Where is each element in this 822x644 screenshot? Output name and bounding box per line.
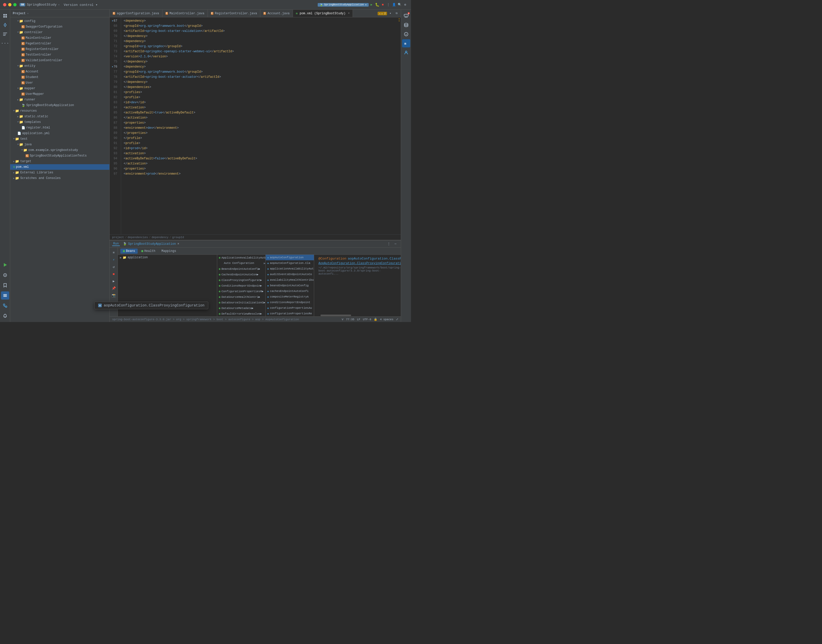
bean-right-beansEndpoint[interactable]: ◈ beansEndpointAutoConfig bbox=[266, 283, 314, 288]
project-dropdown-icon[interactable]: ▾ bbox=[27, 12, 29, 15]
bean-right-auditEvents[interactable]: ◈ auditEventsEndpointAutoCo bbox=[266, 271, 314, 277]
version-control-tab[interactable]: Version control ▾ bbox=[64, 3, 98, 7]
tab-swagger[interactable]: C aggerConfiguration.java bbox=[110, 10, 163, 17]
bean-right-cachesEndpoint[interactable]: ◈ cachesEndpointAutoConfi bbox=[266, 288, 314, 294]
indent-setting[interactable]: 4 spaces bbox=[380, 318, 393, 321]
bean-right-availHealth[interactable]: ◈ availabilityHealthContribu bbox=[266, 277, 314, 283]
sidebar-build-icon[interactable] bbox=[1, 291, 9, 299]
tree-pom-file[interactable]: m pom.xml bbox=[10, 164, 109, 170]
more-actions-button[interactable]: ⋮ bbox=[385, 2, 391, 8]
sidebar-git-icon[interactable] bbox=[1, 302, 9, 310]
tree-account-file[interactable]: C Account bbox=[10, 69, 109, 74]
sidebar-debug-icon[interactable] bbox=[1, 271, 9, 279]
tree-com-example-folder[interactable]: ▼ 📁 com.example.springbootstudy bbox=[10, 147, 109, 153]
bean-detail-link[interactable]: AopAutoConfiguration.ClassProxyingConfig… bbox=[319, 262, 398, 265]
sidebar-project-icon[interactable] bbox=[1, 12, 9, 20]
bean-item-datasourceinit[interactable]: ◉ DataSourceInitializationC▶ bbox=[217, 299, 265, 305]
tree-maincontroller-file[interactable]: C MainController bbox=[10, 35, 109, 41]
search-everywhere-icon[interactable]: 🔍 bbox=[397, 2, 402, 8]
refresh-icon[interactable]: ↺ bbox=[110, 264, 117, 270]
tree-springbootapp-file[interactable]: 🍃 SpringBootStudyApplication bbox=[10, 103, 109, 108]
breadcrumb-groupid[interactable]: groupId bbox=[172, 236, 184, 239]
tree-entity-folder[interactable]: ▼ 📁 entity bbox=[10, 63, 109, 69]
version-control-status[interactable]: V bbox=[342, 318, 344, 321]
breadcrumb-dependencies[interactable]: dependencies bbox=[128, 236, 148, 239]
tree-swagger-file[interactable]: C SwaggerConfiguration bbox=[10, 24, 109, 29]
screenshot-icon[interactable]: 📸 bbox=[110, 293, 117, 299]
tree-usermapper-file[interactable]: C UserMapper bbox=[10, 91, 109, 97]
bean-right-aopAutoConfig[interactable]: ◈ aopAutoConfiguration bbox=[266, 255, 314, 260]
bean-right-compositeMeter[interactable]: ◈ compositeMeterRegistryA bbox=[266, 294, 314, 299]
tree-config-folder[interactable]: ▼ 📁 config bbox=[10, 18, 109, 24]
gradle-right-icon[interactable]: m bbox=[402, 30, 410, 38]
split-editor-button[interactable]: ⧉ bbox=[394, 11, 399, 16]
sidebar-structure-icon[interactable] bbox=[1, 30, 9, 38]
bean-item-defaulterror[interactable]: ◉ DefaultErrorViewResolve▶ bbox=[217, 311, 265, 316]
tree-mapper-folder[interactable]: ▼ 📁 mapper bbox=[10, 86, 109, 91]
tree-springbootapptests-file[interactable]: C SpringBootStudyApplicationTests bbox=[10, 153, 109, 159]
tree-testcontroller-file[interactable]: C TestController bbox=[10, 52, 109, 58]
run-configuration[interactable]: 🍃 SpringBootStudyApplication ▾ bbox=[318, 3, 369, 7]
line-ending[interactable]: LF bbox=[357, 318, 360, 321]
tab-account[interactable]: C Account.java bbox=[260, 10, 293, 17]
stop-run-icon[interactable]: ■ bbox=[110, 271, 117, 277]
debug-button[interactable]: 🐛 bbox=[374, 2, 380, 8]
run-tab[interactable]: Run bbox=[112, 242, 120, 246]
ai-right-icon[interactable]: m bbox=[402, 39, 410, 48]
bean-item-datasourcehealth[interactable]: ◉ DataSourceHealthContri▶ bbox=[217, 294, 265, 299]
tree-external-libraries-folder[interactable]: ▶ 📁 External Libraries bbox=[10, 170, 109, 175]
bean-item-caches[interactable]: ◉ CachesEndpointAutoCon▶ bbox=[217, 271, 265, 277]
beans-tab[interactable]: Beans bbox=[120, 248, 138, 254]
tree-runner-folder[interactable]: ▶ 📁 runner bbox=[10, 97, 109, 103]
bean-right-aopAutoConfigCla[interactable]: ◈ aopAutoConfiguration.Cla bbox=[266, 260, 314, 266]
tree-application-yml-file[interactable]: 📄 application.yml bbox=[10, 130, 109, 136]
tab-main[interactable]: C MainController.java bbox=[163, 10, 208, 17]
bean-item-beansendpoint[interactable]: ◉ BeansEndpointAutoConfi▶ bbox=[217, 266, 265, 271]
user-icon[interactable]: 👤 bbox=[391, 2, 397, 8]
tree-user-file[interactable]: C User bbox=[10, 80, 109, 86]
health-tab[interactable]: Health bbox=[139, 248, 158, 254]
tree-student-file[interactable]: C Student bbox=[10, 74, 109, 80]
code-editor[interactable]: ●67 68 69 70 71 72 73 74 75 ●76 77 78 79… bbox=[110, 17, 401, 234]
breadcrumb-project[interactable]: project bbox=[112, 236, 124, 239]
encoding[interactable]: UTF-8 bbox=[363, 318, 371, 321]
mappings-tab[interactable]: Mappings bbox=[159, 248, 179, 254]
rerun-icon[interactable]: ▶ bbox=[110, 278, 117, 284]
tab-register[interactable]: C RegisterController.java bbox=[208, 10, 261, 17]
tab-close-button[interactable]: × bbox=[348, 12, 350, 15]
tree-target-folder[interactable]: ▶ 📁 target bbox=[10, 159, 109, 164]
run-button[interactable]: ▶ bbox=[369, 2, 374, 8]
sidebar-more-icon[interactable]: ··· bbox=[1, 39, 9, 48]
file-tree[interactable]: ▼ 📁 config C SwaggerConfiguration ▼ 📁 co… bbox=[10, 17, 109, 322]
stop-button[interactable]: ■ bbox=[380, 2, 385, 8]
panel-minimize-button[interactable]: — bbox=[393, 241, 398, 247]
sidebar-commit-icon[interactable] bbox=[1, 21, 9, 29]
person-right-icon[interactable] bbox=[402, 48, 410, 57]
tree-controller-folder[interactable]: ▼ 📁 controller bbox=[10, 29, 109, 35]
run-tab-close-button[interactable]: × bbox=[178, 242, 179, 246]
breadcrumb-dependency[interactable]: dependency bbox=[152, 236, 169, 239]
bean-item-autoconfig[interactable]: Auto Configuration ▶ bbox=[217, 260, 265, 266]
tab-pom[interactable]: m pom.xml (SpringBootStudy) × bbox=[293, 10, 353, 17]
sidebar-notifications-icon[interactable] bbox=[1, 312, 9, 320]
bean-right-configPropsRe[interactable]: ◈ configurationPropertiesRe bbox=[266, 311, 314, 316]
actuator-icon[interactable]: ⚡ bbox=[110, 257, 117, 263]
close-button[interactable] bbox=[3, 3, 6, 6]
expand-icon[interactable]: ⤢ bbox=[396, 318, 398, 321]
minimize-button[interactable] bbox=[8, 3, 11, 6]
panel-more-button[interactable]: ⋮ bbox=[386, 241, 392, 247]
tree-registercontroller-file[interactable]: C RegisterController bbox=[10, 46, 109, 52]
bean-item-classproxying[interactable]: ◉ ClassProxyingConfigurat▶ bbox=[217, 277, 265, 283]
maximize-button[interactable] bbox=[13, 3, 17, 6]
tree-static-folder[interactable]: ▶ 📁 static.static bbox=[10, 114, 109, 119]
tab-more-button[interactable]: ▾ bbox=[388, 11, 393, 16]
bean-item-configprops[interactable]: ◉ ConfigurationPropertiesR▶ bbox=[217, 288, 265, 294]
bean-item-conditions[interactable]: ◉ ConditionsReportEndpoin▶ bbox=[217, 283, 265, 288]
bean-right-conditions[interactable]: ◈ conditionsReportEndpoint bbox=[266, 299, 314, 305]
cursor-position[interactable]: 77:35 bbox=[346, 318, 354, 321]
bean-right-configPropsAu[interactable]: ◈ configurationPropertiesAu bbox=[266, 305, 314, 311]
tree-java-folder[interactable]: ▼ 📁 java bbox=[10, 142, 109, 147]
tree-pagecontroller-file[interactable]: C PageController bbox=[10, 41, 109, 46]
tree-scratches-folder[interactable]: ▶ 📁 Scratches and Consoles bbox=[10, 175, 109, 181]
tree-test-folder[interactable]: ▼ 📁 test bbox=[10, 136, 109, 142]
